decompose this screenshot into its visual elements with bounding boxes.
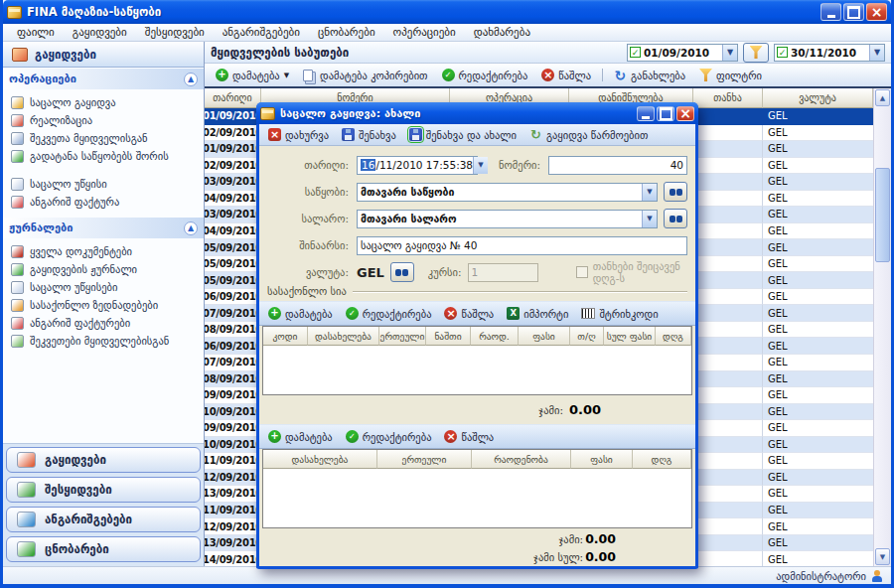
dialog-close-button[interactable] [676, 106, 694, 121]
toolbar-button[interactable]: დამატება კოპირებით ▼ [297, 68, 433, 83]
vat-included-label: თანხები შეიცავენ დღგ-ს [593, 260, 687, 284]
chevron-down-icon[interactable] [642, 211, 657, 227]
column-header[interactable]: კოდი [263, 327, 308, 346]
goods-toolbar-button-label: რედაქტირება [363, 308, 432, 320]
invoices-icon [11, 317, 24, 330]
toolbar-button-label: ფილტრი [716, 70, 762, 81]
cashdesk-lookup-button[interactable] [664, 209, 687, 228]
dialog-window-controls [637, 106, 694, 121]
column-header[interactable]: რაოდენობა [472, 450, 571, 469]
goods-toolbar-button[interactable]: დამატება [263, 306, 338, 321]
sidebar-item[interactable]: სასაქონლო ზედნადებები [9, 296, 202, 314]
sidebar-item[interactable]: გადატანა საწყობებს შორის [9, 147, 202, 165]
maximize-button[interactable] [843, 3, 864, 21]
date-to-checkbox[interactable] [777, 47, 788, 58]
services-toolbar-button[interactable]: დამატება [263, 429, 338, 444]
goods-toolbar-button[interactable]: შტრიხკოდი [576, 307, 663, 321]
toolbar-button[interactable]: წაშლა ▼ [535, 67, 597, 83]
sidebar-item[interactable]: საცალო გაყიდვა [9, 93, 202, 111]
goods-toolbar-button[interactable]: წაშლა [439, 306, 499, 321]
module-nav-button[interactable]: ანგარიშგებები [6, 507, 201, 532]
column-header[interactable]: ფასი [519, 327, 570, 346]
services-table-body[interactable] [263, 469, 691, 527]
sidebar-item[interactable]: რეალიზაცია [9, 111, 202, 129]
goods-toolbar-button[interactable]: იმპორტი [502, 306, 573, 321]
scroll-down-icon[interactable] [875, 548, 890, 565]
date-from-checkbox[interactable] [630, 47, 641, 58]
chevron-down-icon[interactable] [642, 184, 657, 201]
sidebar-section-operations[interactable]: ოპერაციები [3, 69, 204, 89]
column-header[interactable]: დღგ [633, 450, 691, 469]
sidebar-item[interactable]: ანგარიშ ფაქტურები [9, 314, 202, 332]
module-nav-button[interactable]: ცნობარები [6, 536, 201, 562]
column-header[interactable]: ერთეული [379, 327, 426, 346]
close-button[interactable] [866, 3, 887, 21]
scroll-thumb[interactable] [875, 168, 890, 262]
cashdesk-select[interactable]: მთავარი სალარო [357, 210, 658, 228]
toolbar-button[interactable]: განახლება ▼ [608, 67, 691, 83]
column-header[interactable]: თარიღი [205, 88, 261, 108]
column-header[interactable]: თ/ღ [570, 327, 604, 346]
sidebar-item[interactable]: შეკვეთა მყიდველისგან [9, 129, 202, 147]
dialog-toolbar-button[interactable]: დახურვა [263, 127, 334, 142]
dialog-toolbar-button[interactable]: გაყიდვა წარმოებით [524, 127, 653, 142]
warehouse-select[interactable]: მთავარი საწყობი [357, 183, 658, 202]
warehouse-lookup-button[interactable] [664, 182, 687, 202]
goods-toolbar-button[interactable]: რედაქტირება [341, 306, 437, 321]
dialog-toolbar-button[interactable]: შენახვა [337, 127, 401, 142]
column-header[interactable]: თანხა [693, 88, 763, 108]
currency-lookup-button[interactable] [390, 262, 414, 282]
date-to-field[interactable]: 30/11/2010 [774, 44, 885, 62]
menu-item[interactable]: გაყიდვები [65, 25, 135, 40]
date-filter-button[interactable] [743, 43, 769, 63]
column-header[interactable]: ფასი [571, 450, 633, 469]
calendar-dropdown-icon[interactable] [869, 45, 884, 61]
menu-item[interactable]: ოპერაციები [385, 25, 464, 40]
collapse-up-icon[interactable] [184, 221, 198, 235]
toolbar-button[interactable]: დამატება ▼ [210, 67, 295, 83]
menu-item[interactable]: ფაილი [9, 25, 63, 40]
dialog-maximize-button[interactable] [657, 106, 674, 121]
edit-icon [442, 69, 455, 81]
menu-item[interactable]: ანგარიშგებები [215, 25, 308, 40]
column-header[interactable]: დასახელება [308, 327, 379, 346]
date-dropdown-icon[interactable] [473, 157, 488, 174]
sidebar-item[interactable]: საცალო უწყისები [9, 278, 202, 296]
calendar-dropdown-icon[interactable] [722, 45, 737, 61]
menu-item[interactable]: ცნობარები [310, 25, 383, 40]
column-header[interactable]: დასახელება [263, 450, 377, 469]
document-number-input[interactable]: 40 [548, 156, 687, 175]
menu-item[interactable]: შესყიდვები [137, 25, 213, 40]
goods-table-body[interactable] [263, 346, 691, 394]
toolbar-button[interactable]: რედაქტირება ▼ [436, 67, 534, 83]
column-header[interactable]: დღგ [656, 327, 691, 346]
column-header[interactable]: ვალუტა [763, 88, 873, 108]
sidebar-item[interactable]: გაყიდვების ჟურნალი [9, 260, 202, 278]
services-toolbar-button[interactable]: წაშლა [439, 429, 499, 444]
column-header[interactable]: რაოდ. [471, 327, 519, 346]
dialog-minimize-button[interactable] [637, 106, 655, 121]
sidebar-item[interactable]: შეკვეთები მყიდველებისგან [9, 332, 202, 350]
column-header[interactable]: სულ ფასი [604, 327, 656, 346]
services-toolbar-button-label: წაშლა [461, 431, 494, 443]
sidebar-item[interactable]: საცალო უწყისი [9, 175, 202, 193]
date-from-field[interactable]: 01/09/2010 [627, 44, 738, 62]
content-input[interactable]: საცალო გაყიდვა № 40 [357, 236, 687, 255]
column-header[interactable]: ნაშთი [426, 327, 471, 346]
scroll-up-icon[interactable] [875, 89, 890, 106]
sidebar-section-journals[interactable]: ჟურნალები [3, 218, 204, 238]
toolbar-button[interactable]: ფილტრი ▼ [693, 67, 768, 83]
module-nav-button[interactable]: გაყიდვები [6, 447, 201, 473]
column-header[interactable]: ერთეული [377, 450, 472, 469]
minimize-button[interactable] [820, 3, 841, 21]
services-toolbar-button[interactable]: რედაქტირება [341, 429, 437, 444]
dialog-toolbar-button[interactable]: შენახვა და ახალი [404, 127, 522, 142]
vertical-scrollbar[interactable] [873, 88, 891, 566]
sidebar-item[interactable]: ანგარიშ ფაქტურა [9, 193, 202, 211]
sidebar-item[interactable]: ყველა დოკუმენტები [9, 242, 202, 260]
module-nav-button[interactable]: შესყიდვები [6, 477, 201, 503]
collapse-up-icon[interactable] [184, 73, 198, 86]
menu-item[interactable]: დახმარება [466, 25, 538, 40]
document-date-input[interactable]: 16 /11/2010 17:55:38 [357, 156, 478, 175]
date-selected-part: 16 [361, 159, 375, 171]
